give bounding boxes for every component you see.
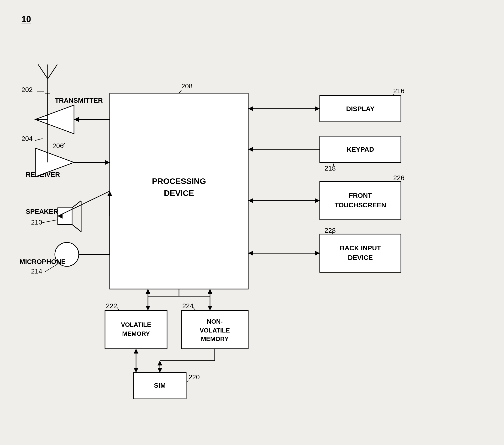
svg-text:TOUCHSCREEN: TOUCHSCREEN xyxy=(335,201,386,209)
svg-marker-75 xyxy=(145,289,150,294)
svg-marker-74 xyxy=(145,306,150,310)
svg-text:KEYPAD: KEYPAD xyxy=(347,146,374,153)
svg-text:SPEAKER: SPEAKER xyxy=(26,208,58,215)
svg-rect-10 xyxy=(320,234,401,272)
svg-text:VOLATILE: VOLATILE xyxy=(121,321,151,328)
svg-text:210: 210 xyxy=(31,219,42,226)
svg-text:FRONT: FRONT xyxy=(349,192,372,199)
svg-text:DEVICE: DEVICE xyxy=(164,189,194,197)
svg-marker-87 xyxy=(158,368,162,373)
svg-text:NON-: NON- xyxy=(207,318,223,325)
svg-text:220: 220 xyxy=(189,373,200,381)
svg-text:208: 208 xyxy=(181,82,193,90)
svg-marker-69 xyxy=(248,198,253,203)
svg-text:BACK INPUT: BACK INPUT xyxy=(340,244,381,252)
svg-text:222: 222 xyxy=(106,302,117,310)
svg-line-52 xyxy=(58,191,110,216)
svg-text:202: 202 xyxy=(21,86,33,93)
svg-marker-68 xyxy=(315,198,320,203)
svg-marker-42 xyxy=(74,117,79,122)
svg-text:TRANSMITTER: TRANSMITTER xyxy=(55,97,103,104)
svg-rect-7 xyxy=(320,182,401,220)
svg-marker-78 xyxy=(208,289,212,294)
svg-text:204: 204 xyxy=(21,135,33,142)
svg-marker-77 xyxy=(208,306,212,310)
svg-text:SIM: SIM xyxy=(154,382,166,389)
svg-marker-85 xyxy=(134,368,138,373)
svg-line-34 xyxy=(35,138,42,140)
svg-line-51 xyxy=(42,220,58,223)
svg-rect-13 xyxy=(105,310,167,349)
svg-text:224: 224 xyxy=(182,302,194,310)
svg-marker-44 xyxy=(105,160,110,165)
svg-marker-64 xyxy=(248,106,253,111)
diagram-svg: PROCESSING DEVICE DISPLAY KEYPAD FRONT T… xyxy=(0,0,504,445)
svg-line-25 xyxy=(48,64,57,79)
svg-text:216: 216 xyxy=(393,87,404,95)
svg-line-47 xyxy=(72,225,81,232)
svg-line-23 xyxy=(38,64,48,79)
svg-marker-71 xyxy=(315,251,320,256)
svg-text:206: 206 xyxy=(53,142,64,150)
svg-line-100 xyxy=(117,307,119,310)
svg-text:MEMORY: MEMORY xyxy=(201,335,229,343)
svg-marker-86 xyxy=(134,349,138,353)
svg-marker-88 xyxy=(158,361,162,366)
svg-text:MICROPHONE: MICROPHONE xyxy=(19,258,66,265)
svg-text:226: 226 xyxy=(393,174,404,182)
svg-line-90 xyxy=(179,90,181,93)
diagram-container: 10 PROCESSING DEVICE DISPLAY KEYPAD FRON… xyxy=(0,0,504,445)
svg-text:VOLATILE: VOLATILE xyxy=(200,327,230,334)
svg-text:MEMORY: MEMORY xyxy=(122,330,150,337)
svg-marker-66 xyxy=(248,147,253,152)
svg-text:DISPLAY: DISPLAY xyxy=(346,105,375,113)
svg-text:228: 228 xyxy=(324,227,336,234)
svg-text:DEVICE: DEVICE xyxy=(348,254,373,261)
svg-marker-72 xyxy=(248,251,253,256)
svg-text:214: 214 xyxy=(31,268,42,275)
svg-text:PROCESSING: PROCESSING xyxy=(152,176,206,186)
svg-text:218: 218 xyxy=(324,165,336,172)
svg-marker-63 xyxy=(315,106,320,111)
